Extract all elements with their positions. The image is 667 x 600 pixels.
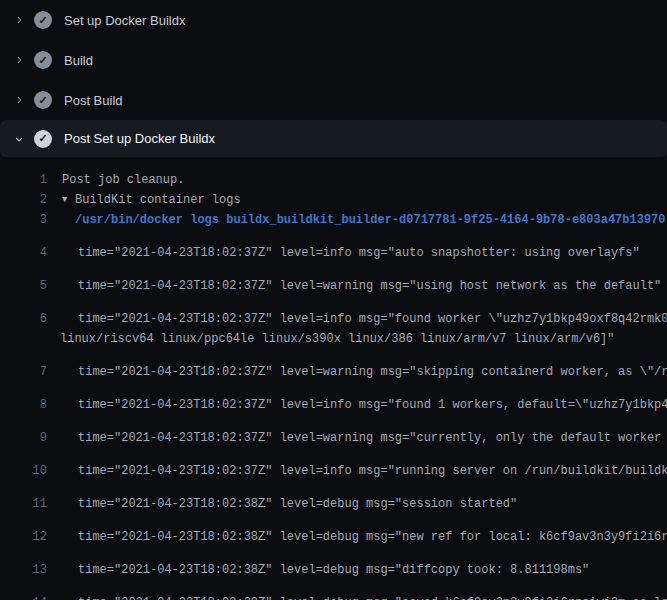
step-row-post-set-up-docker-buildx[interactable]: ✓ Post Set up Docker Buildx xyxy=(0,120,667,157)
log-line-text: /usr/bin/docker logs buildx_buildkit_bui… xyxy=(47,210,667,230)
log-line-text: time="2021-04-23T18:02:37Z" level=info m… xyxy=(47,243,667,263)
log-line-number[interactable]: 8 xyxy=(0,395,47,415)
log-line: 11 time="2021-04-23T18:02:38Z" level=deb… xyxy=(0,481,667,514)
log-line-number[interactable]: 7 xyxy=(0,362,47,382)
chevron-right-icon[interactable] xyxy=(12,92,26,108)
log-line-text: time="2021-04-23T18:02:37Z" level=warnin… xyxy=(47,362,667,382)
log-line-text: Post job cleanup. xyxy=(47,170,667,190)
log-line: 12 time="2021-04-23T18:02:38Z" level=deb… xyxy=(0,514,667,547)
log-line-text: time="2021-04-23T18:02:37Z" level=info m… xyxy=(47,461,667,481)
check-glyph: ✓ xyxy=(38,133,47,144)
log-line-text: time="2021-04-23T18:02:37Z" level=info m… xyxy=(47,395,667,415)
step-title: Set up Docker Buildx xyxy=(64,13,185,28)
log-line: 7 time="2021-04-23T18:02:37Z" level=warn… xyxy=(0,349,667,382)
steps-list: ✓ Set up Docker Buildx ✓ Build ✓ Post Bu… xyxy=(0,0,667,157)
log-line-number[interactable]: 5 xyxy=(0,276,47,296)
log-line-number[interactable]: 11 xyxy=(0,494,47,514)
check-glyph: ✓ xyxy=(38,95,47,106)
log-line-text: time="2021-04-23T18:02:38Z" level=debug … xyxy=(47,593,667,600)
log-line-number[interactable]: 10 xyxy=(0,461,47,481)
log-line-number[interactable]: 2 xyxy=(0,190,47,210)
log-line-number[interactable]: 6 xyxy=(0,309,47,329)
check-circle-icon: ✓ xyxy=(34,130,52,148)
log-line-text: time="2021-04-23T18:02:37Z" level=warnin… xyxy=(47,276,667,296)
step-title: Post Build xyxy=(64,93,123,108)
chevron-down-icon[interactable] xyxy=(12,131,26,147)
step-row-post-build[interactable]: ✓ Post Build xyxy=(0,80,667,120)
log-line: 4 time="2021-04-23T18:02:37Z" level=info… xyxy=(0,230,667,263)
log-line-number[interactable]: 4 xyxy=(0,243,47,263)
log-line-text: time="2021-04-23T18:02:38Z" level=debug … xyxy=(47,494,667,514)
log-line-number[interactable]: 9 xyxy=(0,428,47,448)
log-line-number[interactable] xyxy=(0,329,47,349)
check-glyph: ✓ xyxy=(38,15,47,26)
step-title: Build xyxy=(64,53,93,68)
log-line: 9 time="2021-04-23T18:02:37Z" level=warn… xyxy=(0,415,667,448)
group-toggle-icon[interactable]: ▼ xyxy=(62,190,75,210)
step-row-set-up-docker-buildx[interactable]: ✓ Set up Docker Buildx xyxy=(0,0,667,40)
log-line: 10 time="2021-04-23T18:02:37Z" level=inf… xyxy=(0,448,667,481)
log-line: 13 time="2021-04-23T18:02:38Z" level=deb… xyxy=(0,547,667,580)
chevron-right-icon[interactable] xyxy=(12,12,26,28)
log-line-text: linux/riscv64 linux/ppc64le linux/s390x … xyxy=(47,329,667,349)
step-row-build[interactable]: ✓ Build xyxy=(0,40,667,80)
log-line-text: time="2021-04-23T18:02:37Z" level=info m… xyxy=(47,309,667,329)
log-line-number[interactable]: 13 xyxy=(0,560,47,580)
log-line-number[interactable]: 12 xyxy=(0,527,47,547)
log-line-text: time="2021-04-23T18:02:38Z" level=debug … xyxy=(47,527,667,547)
log-line: 6 time="2021-04-23T18:02:37Z" level=info… xyxy=(0,296,667,329)
chevron-right-icon[interactable] xyxy=(12,52,26,68)
log-line: 3 /usr/bin/docker logs buildx_buildkit_b… xyxy=(0,210,667,230)
log-line-text: ▼BuildKit container logs xyxy=(47,190,667,210)
log-area: 1 Post job cleanup. 2 ▼BuildKit containe… xyxy=(0,157,667,600)
log-line: 5 time="2021-04-23T18:02:37Z" level=warn… xyxy=(0,263,667,296)
log-line-number[interactable]: 3 xyxy=(0,210,47,230)
group-label[interactable]: BuildKit container logs xyxy=(75,193,241,207)
check-glyph: ✓ xyxy=(38,55,47,66)
log-line: linux/riscv64 linux/ppc64le linux/s390x … xyxy=(0,329,667,349)
log-line-number[interactable]: 14 xyxy=(0,593,47,600)
check-circle-icon: ✓ xyxy=(34,11,52,29)
log-line-number[interactable]: 1 xyxy=(0,170,47,190)
log-line: 14 time="2021-04-23T18:02:38Z" level=deb… xyxy=(0,580,667,600)
log-line: 2 ▼BuildKit container logs xyxy=(0,190,667,210)
log-line: 8 time="2021-04-23T18:02:37Z" level=info… xyxy=(0,382,667,415)
log-line-text: time="2021-04-23T18:02:37Z" level=warnin… xyxy=(47,428,667,448)
step-title: Post Set up Docker Buildx xyxy=(64,131,215,146)
log-line-text: time="2021-04-23T18:02:38Z" level=debug … xyxy=(47,560,667,580)
check-circle-icon: ✓ xyxy=(34,91,52,109)
check-circle-icon: ✓ xyxy=(34,51,52,69)
log-line: 1 Post job cleanup. xyxy=(0,170,667,190)
